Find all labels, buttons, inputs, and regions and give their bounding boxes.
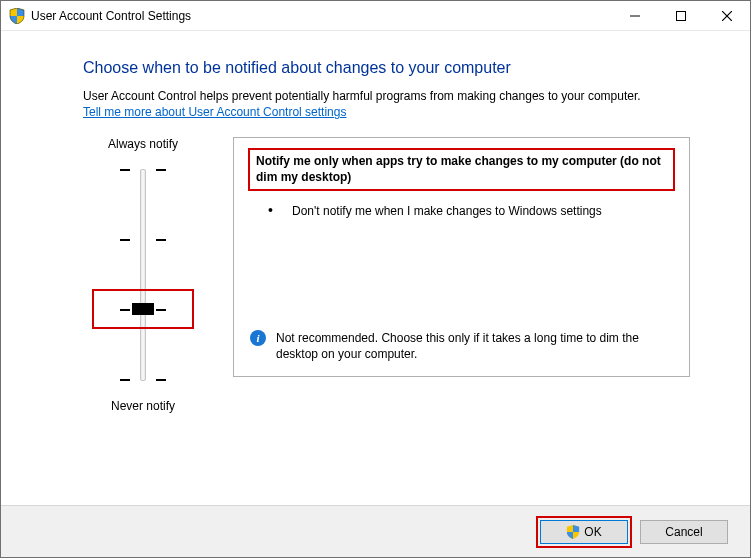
bullet-icon: • xyxy=(268,203,292,217)
bullet-text: Don't notify me when I make changes to W… xyxy=(292,203,673,219)
shield-icon xyxy=(9,8,25,24)
window-title: User Account Control Settings xyxy=(31,9,191,23)
slider-tick xyxy=(98,169,188,171)
slider-top-label: Always notify xyxy=(108,137,178,151)
close-icon xyxy=(722,11,732,21)
minimize-icon xyxy=(630,11,640,21)
ok-button-label: OK xyxy=(584,525,601,539)
slider-track xyxy=(140,169,146,381)
svg-rect-1 xyxy=(677,11,686,20)
info-icon: i xyxy=(250,330,266,346)
slider-bottom-label: Never notify xyxy=(111,399,175,413)
cancel-button-label: Cancel xyxy=(665,525,702,539)
recommendation-text: Not recommended. Choose this only if it … xyxy=(276,330,673,362)
panel-footer: i Not recommended. Choose this only if i… xyxy=(250,330,673,362)
highlight-box: Notify me only when apps try to make cha… xyxy=(248,148,675,191)
page-heading: Choose when to be notified about changes… xyxy=(83,59,690,77)
minimize-button[interactable] xyxy=(612,1,658,30)
maximize-icon xyxy=(676,11,686,21)
title-bar: User Account Control Settings xyxy=(1,1,750,31)
button-bar: OK Cancel xyxy=(1,505,750,557)
main-layout: Always notify Never notify Notify me onl… xyxy=(83,137,690,413)
slider-tick xyxy=(98,239,188,241)
close-button[interactable] xyxy=(704,1,750,30)
slider-column: Always notify Never notify xyxy=(83,137,203,413)
window-controls xyxy=(612,1,750,30)
shield-icon xyxy=(566,525,580,539)
description-panel: Notify me only when apps try to make cha… xyxy=(233,137,690,377)
content-area: Choose when to be notified about changes… xyxy=(1,31,750,505)
help-link[interactable]: Tell me more about User Account Control … xyxy=(83,105,346,119)
notification-slider[interactable] xyxy=(98,159,188,391)
description-column: Notify me only when apps try to make cha… xyxy=(233,137,690,413)
highlight-box: OK xyxy=(536,516,632,548)
slider-tick xyxy=(98,379,188,381)
intro-text: User Account Control helps prevent poten… xyxy=(83,89,690,103)
ok-button[interactable]: OK xyxy=(540,520,628,544)
cancel-button[interactable]: Cancel xyxy=(640,520,728,544)
bullet-item: • Don't notify me when I make changes to… xyxy=(268,203,673,219)
maximize-button[interactable] xyxy=(658,1,704,30)
slider-thumb[interactable] xyxy=(132,303,154,315)
panel-heading: Notify me only when apps try to make cha… xyxy=(256,154,667,185)
uac-settings-window: User Account Control Settings Choose whe… xyxy=(0,0,751,558)
